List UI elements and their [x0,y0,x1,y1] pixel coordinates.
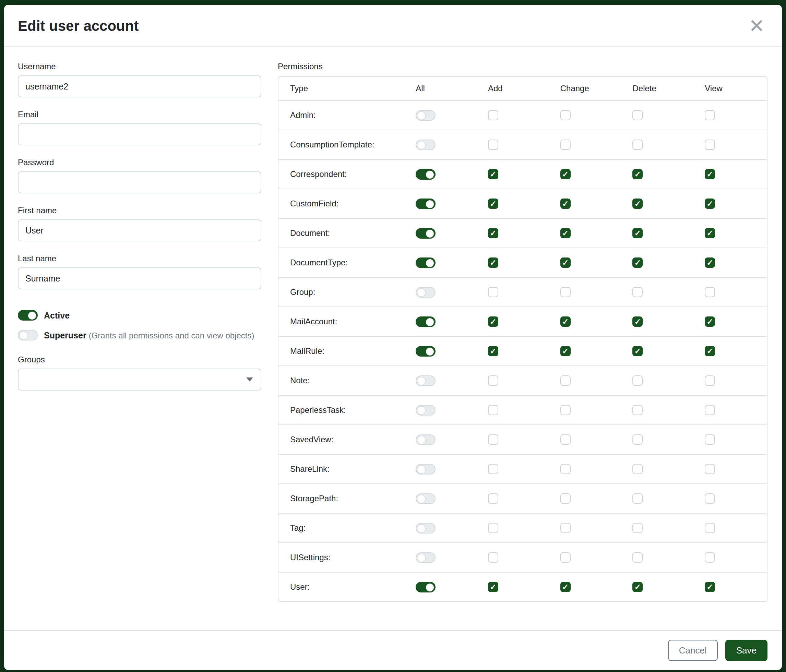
permission-delete-checkbox[interactable] [632,140,643,150]
permission-all-toggle[interactable] [416,228,435,239]
permission-change-checkbox[interactable] [560,228,571,238]
permission-delete-checkbox[interactable] [632,316,643,327]
permission-delete-checkbox[interactable] [632,434,643,445]
permission-view-checkbox[interactable] [705,434,715,445]
permission-add-checkbox[interactable] [488,169,498,179]
cancel-button[interactable]: Cancel [668,640,718,661]
permission-delete-checkbox[interactable] [632,257,643,268]
permission-all-toggle[interactable] [416,434,435,445]
permission-change-checkbox[interactable] [560,464,571,474]
permission-change-checkbox[interactable] [560,552,571,563]
permission-add-checkbox[interactable] [488,375,498,386]
permission-add-checkbox[interactable] [488,316,498,327]
permission-change-checkbox[interactable] [560,346,571,356]
permission-add-checkbox[interactable] [488,493,498,504]
permission-view-checkbox[interactable] [705,198,715,209]
permission-delete-checkbox[interactable] [632,375,643,386]
permission-view-checkbox[interactable] [705,552,715,563]
permission-change-checkbox[interactable] [560,434,571,445]
permission-change-checkbox[interactable] [560,257,571,268]
permission-all-toggle[interactable] [416,316,435,327]
permission-view-checkbox[interactable] [705,169,715,179]
permission-delete-checkbox[interactable] [632,198,643,209]
permission-add-checkbox[interactable] [488,110,498,120]
permission-delete-checkbox[interactable] [632,493,643,504]
permission-all-toggle[interactable] [416,405,435,416]
permission-all-toggle[interactable] [416,582,435,592]
permission-change-checkbox[interactable] [560,110,571,120]
permission-add-checkbox[interactable] [488,464,498,474]
permission-all-toggle[interactable] [416,110,435,121]
password-field[interactable] [18,171,261,193]
last-name-field[interactable] [18,267,261,289]
email-field[interactable] [18,123,261,145]
permission-add-checkbox[interactable] [488,228,498,238]
permission-all-toggle[interactable] [416,257,435,268]
permission-view-checkbox[interactable] [705,523,715,533]
permission-view-checkbox[interactable] [705,228,715,238]
permission-view-checkbox[interactable] [705,493,715,504]
superuser-toggle[interactable] [18,330,38,341]
save-button[interactable]: Save [725,640,767,661]
permission-add-checkbox[interactable] [488,198,498,209]
permission-view-checkbox[interactable] [705,375,715,386]
permission-delete-checkbox[interactable] [632,552,643,563]
permission-add-checkbox[interactable] [488,582,498,592]
superuser-label: Superuser (Grants all permissions and ca… [44,329,254,342]
close-icon: ✕ [748,15,765,37]
active-toggle[interactable] [18,310,38,320]
permission-change-checkbox[interactable] [560,375,571,386]
permission-view-checkbox[interactable] [705,257,715,268]
permission-delete-checkbox[interactable] [632,228,643,238]
permission-view-checkbox[interactable] [705,316,715,327]
first-name-field[interactable] [18,220,261,241]
permission-view-checkbox[interactable] [705,287,715,297]
permission-all-toggle[interactable] [416,287,435,298]
permission-all-toggle[interactable] [416,346,435,356]
permission-delete-checkbox[interactable] [632,523,643,533]
permission-view-checkbox[interactable] [705,140,715,150]
permission-change-checkbox[interactable] [560,169,571,179]
permission-delete-checkbox[interactable] [632,464,643,474]
permission-change-checkbox[interactable] [560,140,571,150]
permission-change-checkbox[interactable] [560,582,571,592]
permission-change-checkbox[interactable] [560,523,571,533]
permission-all-toggle[interactable] [416,523,435,534]
permission-delete-checkbox[interactable] [632,346,643,356]
permission-delete-checkbox[interactable] [632,110,643,120]
permission-add-checkbox[interactable] [488,257,498,268]
groups-select[interactable] [18,369,261,391]
permission-add-checkbox[interactable] [488,405,498,415]
permission-view-checkbox[interactable] [705,110,715,120]
permission-type-label: MailAccount: [278,317,406,327]
permission-all-toggle[interactable] [416,169,435,180]
close-button[interactable]: ✕ [747,16,767,36]
username-field[interactable] [18,75,261,97]
permission-view-checkbox[interactable] [705,346,715,356]
permission-add-checkbox[interactable] [488,552,498,563]
permission-view-checkbox[interactable] [705,464,715,474]
permission-view-checkbox[interactable] [705,405,715,415]
permission-add-checkbox[interactable] [488,140,498,150]
permission-change-checkbox[interactable] [560,198,571,209]
permission-change-checkbox[interactable] [560,287,571,297]
permission-delete-checkbox[interactable] [632,287,643,297]
permission-all-toggle[interactable] [416,464,435,474]
permission-view-checkbox[interactable] [705,582,715,592]
permission-all-toggle[interactable] [416,140,435,150]
permission-add-checkbox[interactable] [488,346,498,356]
permission-add-checkbox[interactable] [488,434,498,445]
permission-change-checkbox[interactable] [560,493,571,504]
permission-all-toggle[interactable] [416,375,435,386]
permission-delete-checkbox[interactable] [632,169,643,179]
permission-type-label: MailRule: [278,346,406,356]
permission-add-checkbox[interactable] [488,287,498,297]
permission-change-checkbox[interactable] [560,405,571,415]
permission-delete-checkbox[interactable] [632,582,643,592]
permission-add-checkbox[interactable] [488,523,498,533]
permission-delete-checkbox[interactable] [632,405,643,415]
permission-all-toggle[interactable] [416,198,435,209]
permission-change-checkbox[interactable] [560,316,571,327]
permission-all-toggle[interactable] [416,552,435,563]
permission-all-toggle[interactable] [416,493,435,504]
